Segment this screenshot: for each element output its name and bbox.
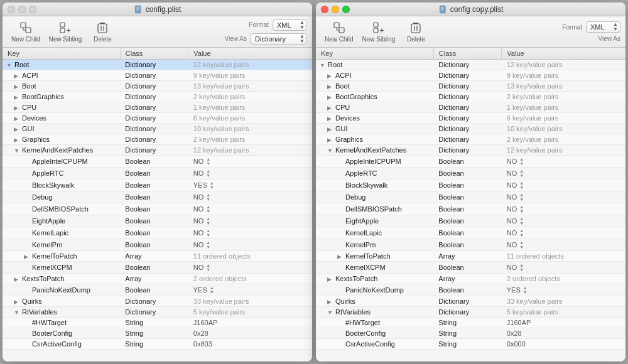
- table-row[interactable]: BlockSkywalkBooleanYES▲▼: [3, 179, 312, 191]
- stepper-control[interactable]: ▲▼: [206, 169, 210, 178]
- stepper-control[interactable]: ▲▼: [519, 181, 524, 190]
- table-row[interactable]: ▼KernelAndKextPatchesDictionary12 key/va…: [316, 145, 625, 156]
- table-row[interactable]: KernelPmBooleanNO▲▼: [3, 239, 312, 251]
- table-row[interactable]: DebugBooleanNO▲▼: [316, 191, 625, 203]
- format-select[interactable]: XML▲▼: [273, 19, 307, 31]
- row-value[interactable]: NO▲▼: [502, 168, 625, 179]
- table-row[interactable]: PanicNoKextDumpBooleanYES▲▼: [316, 284, 625, 296]
- row-toggle[interactable]: ▼: [14, 147, 20, 154]
- table-row[interactable]: ▶CPUDictionary1 key/value pairs: [316, 102, 625, 113]
- stepper-control[interactable]: ▲▼: [206, 157, 210, 166]
- close-button[interactable]: [321, 6, 328, 13]
- row-toggle[interactable]: ▶: [14, 115, 20, 122]
- row-toggle[interactable]: ▶: [14, 126, 20, 132]
- new-sibling-button[interactable]: New Sibling: [45, 18, 86, 45]
- stepper-control[interactable]: ▲▼: [519, 169, 524, 178]
- table-row[interactable]: KernelLapicBooleanNO▲▼: [3, 227, 312, 239]
- row-value[interactable]: YES▲▼: [188, 179, 312, 191]
- row-value[interactable]: NO▲▼: [502, 191, 625, 203]
- table-row[interactable]: AppleIntelCPUPMBooleanNO▲▼: [316, 156, 625, 168]
- new-child-button[interactable]: New Child: [321, 18, 357, 45]
- table-row[interactable]: BlockSkywalkBooleanNO▲▼: [316, 179, 625, 191]
- table-row[interactable]: AppleIntelCPUPMBooleanNO▲▼: [3, 156, 312, 168]
- table-row[interactable]: ▶BootDictionary13 key/value pairs: [316, 81, 625, 92]
- table-row[interactable]: KernelLapicBooleanNO▲▼: [316, 227, 625, 239]
- row-value[interactable]: NO▲▼: [502, 227, 625, 239]
- stepper-control[interactable]: ▲▼: [206, 217, 210, 225]
- table-container[interactable]: Key Class Value ▼RootDictionary12 key/va…: [316, 48, 625, 361]
- table-row[interactable]: DebugBooleanNO▲▼: [3, 191, 312, 203]
- row-value[interactable]: NO▲▼: [188, 262, 312, 274]
- col-header-value[interactable]: Value: [188, 48, 312, 60]
- table-row[interactable]: ▶BootGraphicsDictionary2 key/value pairs: [316, 92, 625, 102]
- maximize-button[interactable]: [342, 6, 350, 13]
- row-value[interactable]: NO▲▼: [188, 239, 312, 251]
- table-row[interactable]: ▼RootDictionary12 key/value pairs: [316, 60, 625, 70]
- stepper-control[interactable]: ▲▼: [206, 263, 210, 272]
- row-toggle[interactable]: ▶: [14, 83, 20, 90]
- row-toggle[interactable]: ▶: [327, 105, 333, 111]
- table-row[interactable]: ▼RtVariablesDictionary5 key/value pairs: [316, 307, 625, 318]
- row-toggle[interactable]: ▼: [327, 309, 333, 316]
- stepper-control[interactable]: ▲▼: [206, 205, 210, 213]
- row-value[interactable]: NO▲▼: [188, 215, 312, 227]
- row-toggle[interactable]: ▶: [14, 137, 20, 143]
- row-value[interactable]: YES▲▼: [188, 284, 312, 296]
- table-row[interactable]: ▶KextsToPatchArray2 ordered objects: [316, 274, 625, 284]
- row-value[interactable]: NO▲▼: [502, 203, 625, 215]
- table-row[interactable]: KernelXCPMBooleanNO▲▼: [316, 262, 625, 274]
- stepper-control[interactable]: ▲▼: [210, 181, 214, 190]
- delete-button[interactable]: Delete: [400, 18, 431, 45]
- close-button[interactable]: [8, 6, 15, 13]
- stepper-control[interactable]: ▲▼: [519, 205, 524, 213]
- stepper-control[interactable]: ▲▼: [519, 228, 524, 237]
- row-toggle[interactable]: ▶: [327, 83, 333, 90]
- table-row[interactable]: #HWTargetStringJ160AP: [3, 318, 312, 328]
- table-row[interactable]: EightAppleBooleanNO▲▼: [316, 215, 625, 227]
- row-toggle[interactable]: ▶: [14, 105, 20, 111]
- table-container[interactable]: Key Class Value ▼RootDictionary12 key/va…: [3, 48, 312, 361]
- row-toggle[interactable]: ▶: [14, 276, 20, 282]
- row-value[interactable]: NO▲▼: [188, 191, 312, 203]
- row-value[interactable]: NO▲▼: [502, 179, 625, 191]
- table-row[interactable]: ▶KernelToPatchArray11 ordered objects: [3, 251, 312, 262]
- col-header-key[interactable]: Key: [3, 48, 120, 60]
- row-toggle[interactable]: ▶: [327, 73, 333, 79]
- row-toggle[interactable]: ▼: [14, 309, 20, 316]
- new-sibling-button[interactable]: New Sibling: [359, 18, 399, 45]
- format-select[interactable]: XML▲▼: [586, 21, 620, 33]
- table-row[interactable]: ▶ACPIDictionary9 key/value pairs: [316, 70, 625, 81]
- table-row[interactable]: BooterConfigString0x28: [3, 328, 312, 339]
- table-row[interactable]: AppleRTCBooleanNO▲▼: [316, 168, 625, 179]
- table-row[interactable]: ▶GraphicsDictionary2 key/value pairs: [316, 134, 625, 145]
- table-row[interactable]: ▶CPUDictionary1 key/value pairs: [3, 102, 312, 113]
- stepper-control[interactable]: ▲▼: [519, 157, 524, 166]
- table-row[interactable]: KernelXCPMBooleanNO▲▼: [3, 262, 312, 274]
- row-value[interactable]: NO▲▼: [502, 262, 625, 274]
- minimize-button[interactable]: [332, 6, 339, 13]
- row-value[interactable]: NO▲▼: [188, 156, 312, 168]
- table-row[interactable]: ▶GUIDictionary10 key/value pairs: [3, 124, 312, 134]
- delete-button[interactable]: Delete: [87, 18, 118, 45]
- row-value[interactable]: NO▲▼: [188, 168, 312, 179]
- table-row[interactable]: KernelPmBooleanNO▲▼: [316, 239, 625, 251]
- row-toggle[interactable]: ▶: [24, 254, 30, 260]
- table-row[interactable]: BooterConfigString0x28: [316, 328, 625, 339]
- table-row[interactable]: DellSMBIOSPatchBooleanNO▲▼: [316, 203, 625, 215]
- row-value[interactable]: NO▲▼: [188, 227, 312, 239]
- row-toggle[interactable]: ▶: [327, 276, 333, 282]
- stepper-control[interactable]: ▲▼: [519, 240, 524, 249]
- row-toggle[interactable]: ▶: [327, 94, 333, 100]
- table-row[interactable]: ▼RootDictionary12 key/value pairs: [3, 60, 312, 70]
- stepper-control[interactable]: ▲▼: [519, 263, 524, 272]
- col-header-value[interactable]: Value: [502, 48, 625, 60]
- table-row[interactable]: #HWTargetStringJ160AP: [316, 318, 625, 328]
- table-row[interactable]: CsrActiveConfigString0x803: [3, 339, 312, 350]
- table-row[interactable]: ▶BootDictionary13 key/value pairs: [3, 81, 312, 92]
- row-value[interactable]: NO▲▼: [188, 203, 312, 215]
- stepper-control[interactable]: ▲▼: [210, 286, 214, 294]
- table-row[interactable]: ▶GUIDictionary10 key/value pairs: [316, 124, 625, 134]
- table-row[interactable]: ▶QuirksDictionary33 key/value pairs: [3, 296, 312, 307]
- row-toggle[interactable]: ▶: [14, 73, 20, 79]
- maximize-button[interactable]: [29, 6, 36, 13]
